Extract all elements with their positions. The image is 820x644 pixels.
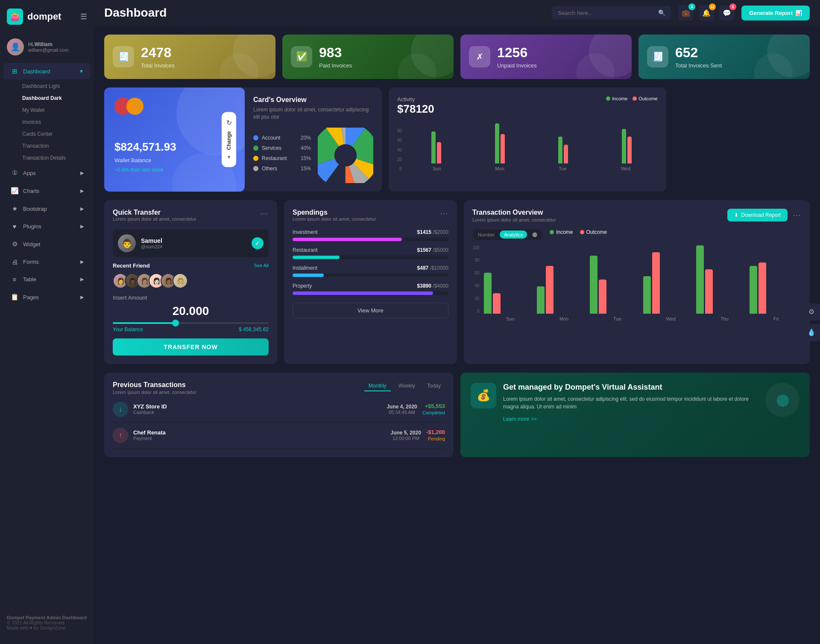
slider-thumb xyxy=(172,320,179,326)
unpaid-invoices-number: 1256 xyxy=(497,45,537,61)
subnav-my-wallet[interactable]: My Wallet xyxy=(19,104,94,116)
transfer-user-name: Samuel xyxy=(141,237,162,244)
va-learn-more-link[interactable]: Learn more >> xyxy=(503,416,537,422)
tab-monthly[interactable]: Monthly xyxy=(364,381,391,391)
sidebar: 👛 dompet ☰ 👤 Hi,William william@gmail.co… xyxy=(0,0,94,644)
wallet-change-button[interactable]: ↻ Change ▾ xyxy=(222,112,236,167)
user-greeting: Hi,William xyxy=(28,41,68,47)
topbar-icons: 💼 2 🔔 12 💬 5 xyxy=(678,5,735,20)
prev-tx-title-block: Previous Transactions Lorem ipsum dolor … xyxy=(113,381,196,395)
toggle-gray-button[interactable]: ⬤ xyxy=(528,230,542,239)
sidebar-item-charts[interactable]: 📈 Charts ▶ xyxy=(3,183,91,199)
tx-y-axis: 100806040200 xyxy=(472,245,482,314)
spending-installment-amount: $487 /$10000 xyxy=(417,265,448,271)
download-report-button[interactable]: ⬇ Download Report xyxy=(727,209,788,221)
legend-account-label: Account xyxy=(262,135,280,141)
tx-item-2-amount: -$1,200 xyxy=(426,429,445,435)
tx-bar-group-thu xyxy=(696,245,748,314)
sidebar-item-apps[interactable]: ① Apps ▶ xyxy=(3,165,91,181)
sidebar-item-widget[interactable]: ⚙ Widget xyxy=(3,236,91,252)
unpaid-invoices-icon: ✗ xyxy=(469,46,490,67)
subnav-dashboard-dark[interactable]: Dashboard Dark xyxy=(19,92,94,104)
generate-report-button[interactable]: Generate Report 📊 xyxy=(741,6,810,20)
tab-today[interactable]: Today xyxy=(423,381,445,391)
legend-restaurant-pct: 15% xyxy=(301,155,311,161)
tx-bar-group-fri xyxy=(750,262,801,314)
sidebar-item-bootstrap[interactable]: ★ Bootstrap ▶ xyxy=(3,201,91,217)
total-sent-label: Total Invoices Sent xyxy=(675,62,722,69)
briefcase-button[interactable]: 💼 2 xyxy=(678,5,694,20)
topbar: Dashboard 🔍 💼 2 🔔 12 💬 5 Generate Report… xyxy=(94,0,820,26)
subnav-cards-center[interactable]: Cards Center xyxy=(19,128,94,140)
balance-value: $ 456,345.62 xyxy=(239,326,269,332)
tx-overview-menu-icon[interactable]: ⋯ xyxy=(793,210,801,220)
toggle-number-button[interactable]: Number xyxy=(474,230,499,239)
recent-friends-header: Recent Friend See All xyxy=(113,262,269,269)
main-content: Dashboard 🔍 💼 2 🔔 12 💬 5 Generate Report… xyxy=(94,0,820,644)
plugins-icon: ♥ xyxy=(10,223,19,230)
sidebar-item-forms[interactable]: 🖨 Forms ▶ xyxy=(3,254,91,270)
quick-transfer-subtitle: Lorem ipsum dolor sit amet, consectetur xyxy=(113,216,196,221)
tx-sun-outcome xyxy=(493,293,501,314)
bell-button[interactable]: 🔔 12 xyxy=(699,5,714,20)
spending-investment-amount: $1415 /$2000 xyxy=(417,229,448,235)
user-avatar: 👤 xyxy=(7,38,24,55)
tab-weekly[interactable]: Weekly xyxy=(394,381,419,391)
amount-slider[interactable] xyxy=(113,322,269,324)
sidebar-item-plugins[interactable]: ♥ Plugins ▶ xyxy=(3,219,91,234)
subnav-transaction-details[interactable]: Transaction Details xyxy=(19,152,94,164)
prev-transactions-panel: Previous Transactions Lorem ipsum dolor … xyxy=(104,373,454,457)
apps-arrow-icon: ▶ xyxy=(80,170,84,176)
tx-mon-outcome xyxy=(546,266,554,314)
bar-group-sun xyxy=(431,131,441,163)
wallet-card: $824,571.93 Wallet Balance +0.8% than la… xyxy=(104,87,245,192)
bootstrap-label: Bootstrap xyxy=(23,206,47,212)
bottom-row: Quick Transfer Lorem ipsum dolor sit ame… xyxy=(104,200,810,364)
outcome-legend: Outcome xyxy=(633,96,658,101)
spending-restaurant-header: Restaurant $1567 /$5000 xyxy=(293,247,448,253)
chat-button[interactable]: 💬 5 xyxy=(719,5,735,20)
download-btn-label: Download Report xyxy=(741,212,781,218)
bar-group-tue xyxy=(558,137,568,163)
activity-amount: $78120 xyxy=(397,102,434,116)
spending-investment-bar xyxy=(293,238,448,241)
activity-x-labels: SunMonTueWed xyxy=(405,166,658,171)
sidebar-item-table[interactable]: ≡ Table ▶ xyxy=(3,271,91,287)
subnav-invoices[interactable]: Invoices xyxy=(19,116,94,128)
stat-card-total-sent: 🧾 652 Total Invoices Sent xyxy=(638,35,810,79)
forms-arrow-icon: ▶ xyxy=(80,259,84,265)
hamburger-icon[interactable]: ☰ xyxy=(80,12,87,21)
spendings-menu-icon[interactable]: ⋯ xyxy=(440,209,448,218)
tx-item-2-icon: ↑ xyxy=(113,428,128,443)
search-input[interactable] xyxy=(558,10,655,16)
sidebar-item-pages[interactable]: 📋 Pages ▶ xyxy=(3,289,91,305)
va-title: Get managed by Dompet's Virtual Assistan… xyxy=(503,383,758,392)
dashboard-arrow-icon: ▼ xyxy=(79,69,84,74)
theme-panel-button[interactable]: 💧 xyxy=(803,324,820,341)
spendings-title-block: Spendings Lorem ipsum dolor sit amet, co… xyxy=(293,209,376,227)
sidebar-item-dashboard[interactable]: ⊞ Dashboard ▼ xyxy=(3,63,91,79)
legend-account-pct: 20% xyxy=(301,135,311,141)
paid-invoices-number: 983 xyxy=(319,45,352,61)
subnav-dashboard-light[interactable]: Dashboard Light xyxy=(19,80,94,92)
legend-others-pct: 15% xyxy=(301,166,311,172)
subnav-transaction[interactable]: Transaction xyxy=(19,140,94,152)
activity-bar-chart: 806040200 xyxy=(397,121,658,171)
mon-income-bar xyxy=(495,123,499,163)
quick-transfer-header: Quick Transfer Lorem ipsum dolor sit ame… xyxy=(113,209,269,227)
see-all-link[interactable]: See All xyxy=(254,263,269,268)
tx-thu-outcome xyxy=(705,269,713,314)
income-legend-label: Income xyxy=(612,96,627,101)
tx-x-labels: SunMonTueWedThuFri xyxy=(484,316,801,321)
toggle-analytics-button[interactable]: Analytics xyxy=(500,230,527,239)
quick-transfer-menu-icon[interactable]: ⋯ xyxy=(260,209,269,218)
chat-badge: 5 xyxy=(729,3,736,10)
transfer-now-button[interactable]: TRANSFER NOW xyxy=(113,338,269,356)
view-more-button[interactable]: View More xyxy=(293,303,448,318)
tx-item-1-date-value: June 4, 2020 xyxy=(387,404,417,410)
charts-label: Charts xyxy=(23,188,39,194)
spending-investment-label: Investment xyxy=(293,229,318,235)
tx-item-1-info: XYZ Store ID Cashback xyxy=(133,403,381,415)
settings-panel-button[interactable]: ⚙ xyxy=(803,303,820,321)
va-description: Lorem ipsum dolor sit amet, consectetur … xyxy=(503,395,758,411)
